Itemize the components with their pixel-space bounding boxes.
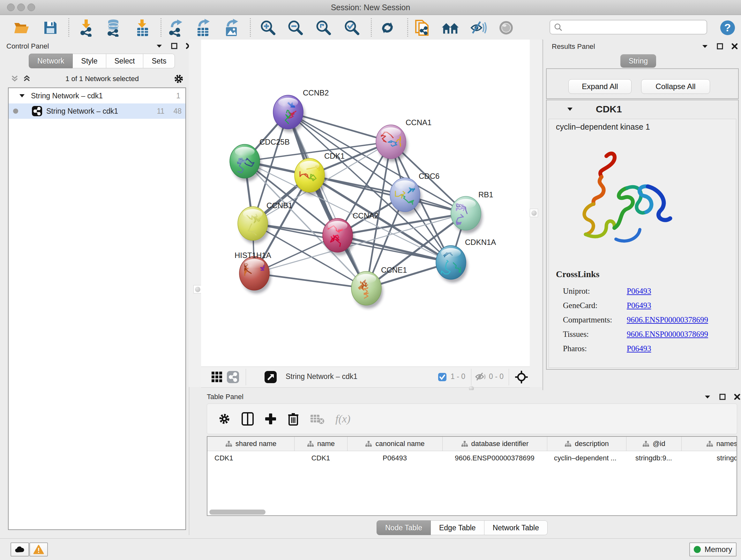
tab-select[interactable]: Select bbox=[106, 54, 144, 68]
new-network-from-selection-button[interactable] bbox=[413, 19, 431, 37]
edge-CCNA2-CDKN1A[interactable] bbox=[338, 235, 451, 262]
tab-style[interactable]: Style bbox=[73, 54, 106, 68]
externalize-view-icon[interactable] bbox=[264, 371, 277, 383]
tab-network[interactable]: Network bbox=[29, 54, 73, 68]
table-row[interactable]: CDK1CDK1P064939606.ENSP00000378699cyclin… bbox=[207, 451, 737, 465]
network-graph[interactable]: CCNB2CCNA1CDC25BCDK1CDC6RB1CCNB1CCNA2CDK… bbox=[201, 40, 530, 367]
hidden-eye-icon[interactable] bbox=[475, 372, 487, 381]
export-network-button[interactable] bbox=[167, 19, 185, 37]
table-horizontal-scrollbar[interactable] bbox=[209, 509, 266, 515]
left-splitter[interactable] bbox=[189, 40, 201, 387]
zoom-fit-button[interactable] bbox=[315, 19, 333, 37]
tab-sets[interactable]: Sets bbox=[143, 54, 175, 68]
protein-header[interactable]: CDK1 bbox=[547, 100, 738, 118]
expand-all-icon[interactable] bbox=[23, 75, 31, 83]
add-column-icon[interactable] bbox=[265, 413, 277, 425]
search-input[interactable] bbox=[565, 23, 706, 32]
right-splitter[interactable] bbox=[530, 40, 542, 387]
column-header-description[interactable]: description bbox=[547, 437, 626, 451]
collapse-section-icon[interactable] bbox=[566, 106, 574, 112]
fit-selected-crosshair-icon[interactable] bbox=[515, 371, 528, 383]
edge-CCNE1-HIST1H1A[interactable] bbox=[254, 273, 366, 288]
zoom-out-button[interactable] bbox=[286, 19, 305, 37]
home-button[interactable] bbox=[441, 19, 459, 37]
column-header-shared-name[interactable]: shared name bbox=[207, 437, 294, 451]
expand-all-button[interactable]: Expand All bbox=[568, 79, 631, 94]
node-CCNB2[interactable]: CCNB2 bbox=[273, 88, 329, 132]
network-collection-row[interactable]: String Network – cdk1 1 bbox=[9, 88, 185, 104]
export-image-button[interactable] bbox=[223, 19, 241, 37]
memory-button[interactable]: Memory bbox=[689, 543, 737, 557]
network-canvas[interactable]: CCNB2CCNA1CDC25BCDK1CDC6RB1CCNB1CCNA2CDK… bbox=[201, 40, 530, 367]
collapse-all-button[interactable]: Collapse All bbox=[641, 79, 710, 94]
network-options-gear-icon[interactable] bbox=[173, 73, 184, 84]
panel-menu-icon[interactable] bbox=[156, 43, 163, 49]
column-header-canonical-name[interactable]: canonical name bbox=[347, 437, 442, 451]
edge-CDK1-RB1[interactable] bbox=[310, 175, 466, 213]
node-HIST1H1A[interactable]: HIST1H1A bbox=[234, 251, 271, 294]
search-field[interactable] bbox=[549, 20, 707, 35]
hide-annotations-button[interactable] bbox=[469, 19, 487, 37]
birdseye-grid-icon[interactable] bbox=[211, 371, 223, 383]
help-button[interactable]: ? bbox=[719, 19, 737, 37]
network-selection-status: 1 of 1 Network selected bbox=[31, 75, 173, 83]
zoom-in-button[interactable] bbox=[259, 19, 277, 37]
float-panel-icon[interactable] bbox=[171, 43, 178, 49]
render-detail-toggle-button[interactable] bbox=[497, 19, 515, 37]
zoom-selected-button[interactable] bbox=[343, 19, 361, 37]
node-CCNA1[interactable]: CCNA1 bbox=[376, 118, 431, 162]
node-CDC25B[interactable]: CDC25B bbox=[230, 138, 290, 181]
tab-string[interactable]: String bbox=[620, 54, 656, 68]
node-CCNE1[interactable]: CCNE1 bbox=[351, 266, 407, 308]
table-settings-gear-icon[interactable] bbox=[218, 413, 231, 425]
column-header-label: description bbox=[575, 440, 609, 448]
panel-menu-icon[interactable] bbox=[701, 44, 709, 49]
show-columns-icon[interactable] bbox=[242, 412, 254, 426]
edge-CCNB2-CCNE1[interactable] bbox=[288, 112, 366, 288]
tab-network-table[interactable]: Network Table bbox=[484, 520, 548, 535]
import-table-from-file-button[interactable] bbox=[134, 19, 151, 37]
refresh-view-button[interactable] bbox=[379, 19, 396, 37]
left-splitter-handle[interactable] bbox=[193, 285, 202, 294]
panel-menu-icon[interactable] bbox=[704, 394, 711, 400]
tab-node-table[interactable]: Node Table bbox=[377, 520, 431, 535]
export-table-button[interactable] bbox=[194, 19, 212, 37]
cloud-status-button[interactable] bbox=[10, 543, 29, 557]
tab-edge-table[interactable]: Edge Table bbox=[431, 520, 484, 535]
crosslink-value-link[interactable]: 9606.ENSP00000378699 bbox=[627, 315, 708, 324]
network-tree: String Network – cdk1 1 String Network –… bbox=[8, 87, 186, 530]
crosslink-value-link[interactable]: P06493 bbox=[627, 301, 651, 310]
export-image-icon bbox=[223, 19, 240, 37]
column-header--id[interactable]: @id bbox=[626, 437, 681, 451]
toolbar-separator bbox=[160, 18, 161, 37]
node-count: 11 bbox=[157, 107, 165, 116]
column-header-database-identifier[interactable]: database identifier bbox=[442, 437, 547, 451]
node-CDKN1A[interactable]: CDKN1A bbox=[436, 238, 496, 283]
collection-expanded-icon[interactable] bbox=[19, 93, 25, 98]
float-panel-icon[interactable] bbox=[717, 43, 723, 50]
delete-table-icon[interactable] bbox=[310, 413, 325, 425]
network-row-selected[interactable]: String Network – cdk1 11 48 bbox=[9, 104, 185, 119]
crosslink-value-link[interactable]: P06493 bbox=[627, 287, 651, 296]
save-session-button[interactable] bbox=[42, 19, 59, 37]
right-splitter-handle[interactable] bbox=[530, 209, 538, 217]
node-RB1[interactable]: RB1 bbox=[451, 190, 493, 233]
open-session-button[interactable] bbox=[13, 19, 30, 37]
crosslink-value-link[interactable]: P06493 bbox=[627, 344, 651, 353]
string-panel-toggle-icon[interactable] bbox=[226, 371, 239, 383]
crosslink-value-link[interactable]: 9606.ENSP00000378699 bbox=[627, 330, 708, 339]
node-table[interactable]: shared namenamecanonical namedatabase id… bbox=[207, 436, 737, 516]
selected-checkbox-icon[interactable] bbox=[438, 373, 447, 381]
import-network-from-database-button[interactable] bbox=[105, 19, 122, 37]
close-panel-icon[interactable] bbox=[731, 43, 738, 50]
import-network-from-file-button[interactable] bbox=[77, 19, 95, 37]
column-header-namespace[interactable]: namespace bbox=[681, 437, 737, 451]
warnings-button[interactable] bbox=[29, 543, 48, 557]
delete-column-trash-icon[interactable] bbox=[287, 412, 299, 426]
column-header-name[interactable]: name bbox=[294, 437, 347, 451]
node-CCNB1[interactable]: CCNB1 bbox=[238, 201, 292, 244]
close-panel-icon[interactable] bbox=[734, 394, 740, 400]
float-panel-icon[interactable] bbox=[719, 394, 726, 400]
collapse-all-icon[interactable] bbox=[10, 75, 19, 83]
function-builder-icon[interactable]: f(x) bbox=[335, 413, 350, 425]
